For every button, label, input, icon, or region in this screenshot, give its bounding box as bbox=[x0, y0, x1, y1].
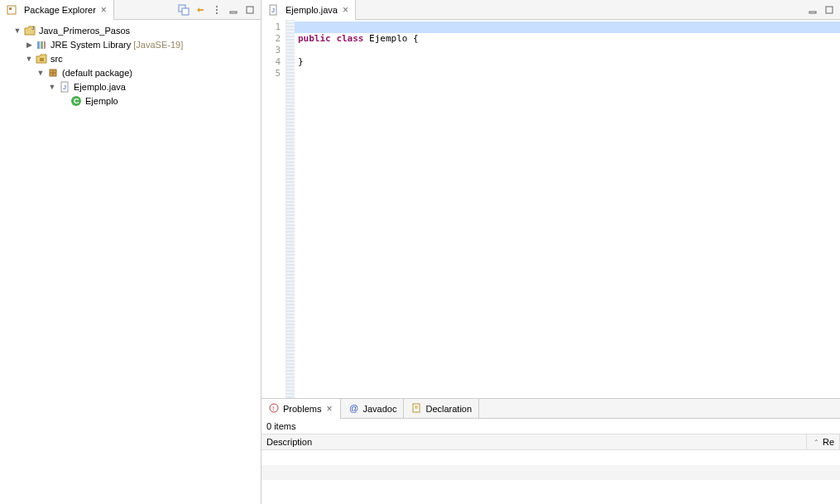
svg-rect-23 bbox=[809, 12, 816, 13]
tree-project[interactable]: ▼ J Java_Primeros_Pasos bbox=[2, 23, 259, 37]
close-icon[interactable]: × bbox=[341, 4, 350, 16]
package-explorer-header: Package Explorer × bbox=[0, 0, 261, 20]
expander-right-icon[interactable]: ▶ bbox=[25, 41, 33, 49]
svg-rect-12 bbox=[44, 41, 46, 49]
editor-area: J Ejemplo.java × 1 2 3 4 5 bbox=[262, 0, 840, 398]
expander-down-icon[interactable]: ▼ bbox=[13, 26, 22, 35]
table-row bbox=[262, 480, 840, 495]
tree-class[interactable]: ▼ C Ejemplo bbox=[2, 94, 259, 108]
expander-down-icon[interactable]: ▼ bbox=[25, 55, 33, 63]
link-editor-icon[interactable] bbox=[194, 4, 206, 16]
package-explorer-view: Package Explorer × ▼ J Java_Primeros_Pas… bbox=[0, 0, 262, 504]
package-explorer-title: Package Explorer bbox=[24, 5, 96, 15]
svg-text:J: J bbox=[63, 84, 66, 91]
bottom-panel: ! Problems × @ Javadoc Declaration 0 ite… bbox=[262, 398, 840, 504]
problems-table-header: Description ⌃Re bbox=[262, 434, 840, 450]
tree-default-package[interactable]: ▼ (default package) bbox=[2, 65, 259, 79]
svg-text:@: @ bbox=[349, 403, 358, 413]
tree-src-folder[interactable]: ▼ src bbox=[2, 51, 259, 65]
src-label: src bbox=[50, 54, 63, 64]
line-number-gutter: 1 2 3 4 5 bbox=[262, 20, 286, 398]
java-project-icon: J bbox=[23, 24, 36, 37]
svg-text:J: J bbox=[271, 7, 275, 14]
svg-rect-1 bbox=[9, 7, 12, 10]
svg-rect-13 bbox=[40, 58, 44, 61]
maximize-icon[interactable] bbox=[823, 4, 835, 16]
bottom-tabs: ! Problems × @ Javadoc Declaration bbox=[262, 399, 840, 419]
project-label: Java_Primeros_Pasos bbox=[39, 26, 130, 36]
close-icon[interactable]: × bbox=[99, 4, 108, 16]
svg-rect-11 bbox=[41, 41, 43, 49]
collapse-all-icon[interactable] bbox=[178, 4, 190, 16]
java-file-icon: J bbox=[58, 80, 71, 94]
svg-rect-7 bbox=[230, 12, 237, 13]
maximize-icon[interactable] bbox=[244, 4, 256, 16]
current-line-highlight bbox=[295, 22, 840, 33]
problems-icon: ! bbox=[268, 402, 280, 415]
cu-label: Ejemplo.java bbox=[74, 82, 126, 92]
expander-down-icon[interactable]: ▼ bbox=[36, 69, 45, 77]
problems-count: 0 items bbox=[262, 419, 840, 434]
svg-text:C: C bbox=[74, 97, 79, 105]
svg-rect-10 bbox=[37, 41, 40, 49]
column-description[interactable]: Description bbox=[262, 434, 807, 449]
expander-down-icon[interactable]: ▼ bbox=[48, 83, 56, 91]
editor-tab-title: Ejemplo.java bbox=[286, 5, 338, 15]
tree-compilation-unit[interactable]: ▼ J Ejemplo.java bbox=[2, 79, 259, 94]
table-row bbox=[262, 465, 840, 480]
view-menu-icon[interactable] bbox=[211, 4, 223, 16]
code-content[interactable]: public class Ejemplo { } bbox=[295, 20, 840, 398]
sort-asc-icon: ⌃ bbox=[814, 439, 819, 446]
svg-rect-24 bbox=[826, 7, 833, 13]
package-explorer-tree[interactable]: ▼ J Java_Primeros_Pasos ▶ JRE System Lib… bbox=[0, 20, 261, 504]
minimize-icon[interactable] bbox=[228, 4, 239, 16]
package-icon bbox=[46, 66, 60, 79]
package-explorer-tab[interactable]: Package Explorer × bbox=[0, 0, 114, 20]
svg-point-5 bbox=[216, 9, 218, 11]
close-icon[interactable]: × bbox=[324, 403, 334, 415]
java-file-icon: J bbox=[266, 3, 280, 17]
class-icon: C bbox=[70, 94, 83, 108]
svg-text:!: ! bbox=[272, 405, 274, 412]
svg-point-6 bbox=[216, 12, 218, 14]
svg-point-4 bbox=[216, 6, 218, 7]
svg-text:J: J bbox=[31, 26, 34, 31]
svg-rect-3 bbox=[182, 8, 189, 15]
svg-rect-8 bbox=[247, 7, 253, 13]
code-editor[interactable]: 1 2 3 4 5 public class Ejemplo { } bbox=[262, 20, 840, 398]
folding-ruler[interactable] bbox=[286, 20, 295, 398]
package-explorer-icon bbox=[5, 3, 18, 17]
javadoc-icon: @ bbox=[348, 402, 359, 415]
tab-problems[interactable]: ! Problems × bbox=[262, 399, 341, 419]
editor-tabs: J Ejemplo.java × bbox=[262, 0, 840, 20]
problems-table-body[interactable] bbox=[262, 450, 840, 504]
source-folder-icon bbox=[35, 52, 48, 65]
editor-tab[interactable]: J Ejemplo.java × bbox=[262, 0, 356, 20]
column-resource[interactable]: ⌃Re bbox=[807, 434, 840, 449]
tab-declaration[interactable]: Declaration bbox=[404, 399, 479, 419]
library-icon bbox=[35, 38, 48, 51]
table-row bbox=[262, 450, 840, 465]
tree-jre-library[interactable]: ▶ JRE System Library [JavaSE-19] bbox=[2, 37, 259, 51]
class-label: Ejemplo bbox=[85, 96, 118, 106]
tab-javadoc[interactable]: @ Javadoc bbox=[341, 399, 404, 419]
minimize-icon[interactable] bbox=[807, 4, 818, 16]
declaration-icon bbox=[410, 402, 422, 415]
jre-label: JRE System Library [JavaSE-19] bbox=[50, 40, 183, 50]
default-package-label: (default package) bbox=[62, 68, 132, 78]
